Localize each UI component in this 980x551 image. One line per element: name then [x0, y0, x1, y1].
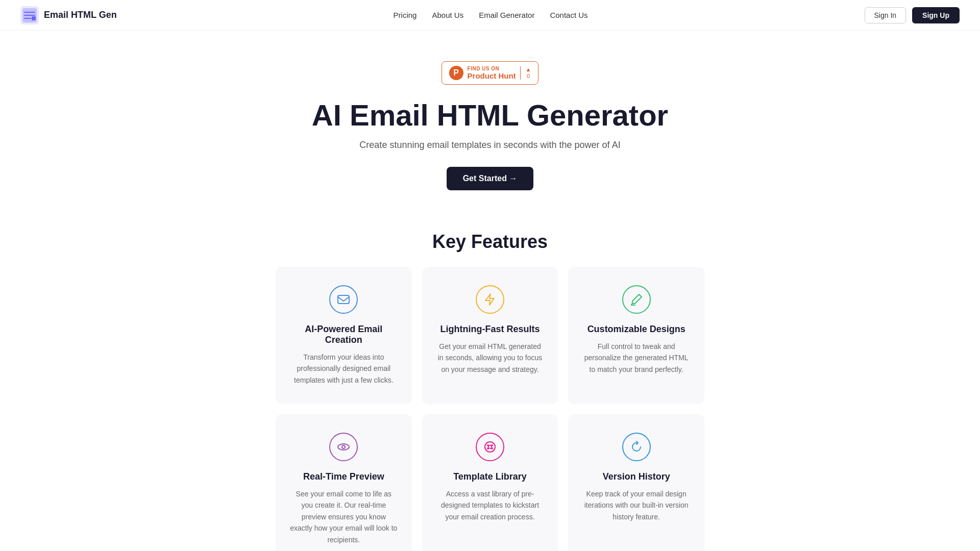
feature-desc-library: Access a vast library of pre-designed te… — [436, 488, 544, 522]
history-icon — [622, 433, 651, 461]
feature-desc-custom: Full control to tweak and personalize th… — [582, 341, 690, 375]
product-hunt-upvote: ▲ 0 — [520, 66, 531, 80]
product-hunt-logo: P — [449, 66, 463, 80]
refresh-icon — [630, 440, 643, 454]
get-started-button[interactable]: Get Started → — [447, 167, 534, 190]
logo[interactable]: Email HTML Gen — [20, 6, 117, 24]
product-hunt-text: FIND US ON Product Hunt — [468, 66, 516, 80]
bolt-icon — [483, 293, 497, 306]
product-hunt-name: Product Hunt — [468, 71, 516, 80]
feature-desc-preview: See your email come to life as you creat… — [290, 488, 398, 545]
library-icon — [476, 433, 504, 461]
svg-point-4 — [338, 444, 349, 450]
customize-icon — [622, 285, 651, 314]
nav-actions: Sign In Sign Up — [865, 7, 960, 23]
email-icon — [337, 293, 350, 306]
feature-card-library: Template Library Access a vast library o… — [422, 414, 558, 551]
nav-email-generator[interactable]: Email Generator — [479, 11, 534, 19]
feature-title-ai: AI-Powered Email Creation — [290, 324, 398, 345]
lightning-icon — [476, 285, 504, 314]
feature-title-fast: Lightning-Fast Results — [436, 324, 544, 335]
svg-rect-3 — [338, 295, 349, 304]
upvote-arrow: ▲ — [526, 66, 531, 73]
logo-icon — [20, 6, 39, 24]
ai-icon — [329, 285, 358, 314]
feature-card-ai: AI-Powered Email Creation Transform your… — [276, 267, 412, 404]
features-section: Key Features AI-Powered Email Creation T… — [0, 231, 980, 551]
signin-button[interactable]: Sign In — [865, 7, 906, 23]
eye-icon — [337, 440, 350, 454]
feature-title-custom: Customizable Designs — [582, 324, 690, 335]
feature-title-library: Template Library — [436, 471, 544, 482]
svg-rect-2 — [32, 16, 36, 20]
svg-point-5 — [342, 445, 345, 448]
logo-text: Email HTML Gen — [44, 10, 117, 20]
features-grid: AI-Powered Email Creation Transform your… — [265, 267, 715, 551]
feature-card-preview: Real-Time Preview See your email come to… — [276, 414, 412, 551]
signup-button[interactable]: Sign Up — [912, 7, 960, 23]
product-hunt-find: FIND US ON — [468, 66, 516, 71]
hero-title: AI Email HTML Generator — [10, 99, 970, 132]
nav-pricing[interactable]: Pricing — [394, 11, 417, 19]
feature-card-history: Version History Keep track of your email… — [568, 414, 704, 551]
product-hunt-badge[interactable]: P FIND US ON Product Hunt ▲ 0 — [442, 61, 539, 85]
upvote-count: 0 — [527, 73, 530, 80]
feature-desc-fast: Get your email HTML generated in seconds… — [436, 341, 544, 375]
hero-subtitle: Create stunning email templates in secon… — [10, 140, 970, 151]
nav-about[interactable]: About Us — [432, 11, 463, 19]
hero-section: P FIND US ON Product Hunt ▲ 0 AI Email H… — [0, 31, 980, 211]
navbar: Email HTML Gen Pricing About Us Email Ge… — [0, 0, 980, 31]
palette-icon — [483, 440, 497, 454]
feature-title-history: Version History — [582, 471, 690, 482]
features-title: Key Features — [0, 231, 980, 253]
nav-contact[interactable]: Contact Us — [550, 11, 587, 19]
feature-desc-history: Keep track of your email design iteratio… — [582, 488, 690, 522]
feature-card-custom: Customizable Designs Full control to twe… — [568, 267, 704, 404]
feature-desc-ai: Transform your ideas into professionally… — [290, 352, 398, 386]
feature-card-fast: Lightning-Fast Results Get your email HT… — [422, 267, 558, 404]
feature-title-preview: Real-Time Preview — [290, 471, 398, 482]
nav-links: Pricing About Us Email Generator Contact… — [394, 11, 588, 19]
preview-icon — [329, 433, 358, 461]
brush-icon — [630, 293, 643, 306]
svg-point-11 — [488, 445, 492, 448]
